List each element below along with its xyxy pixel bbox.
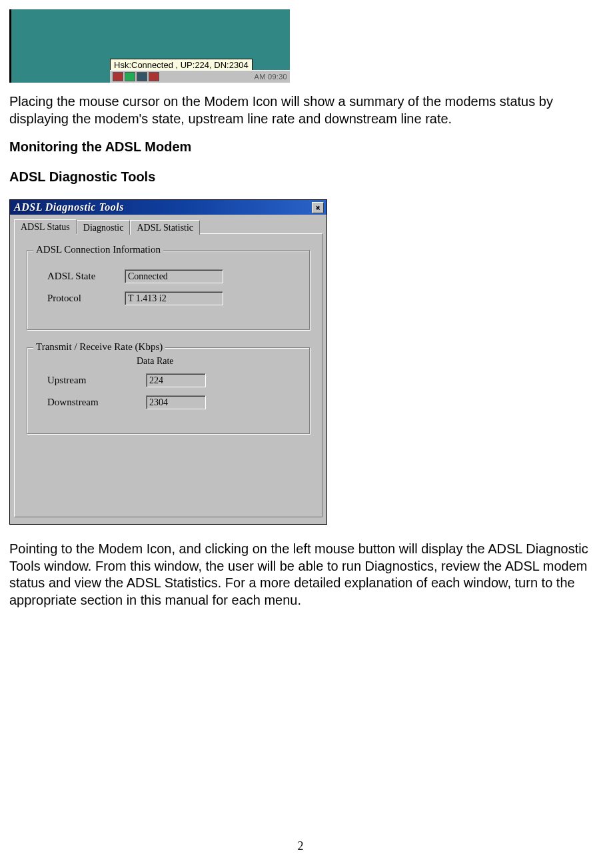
tray-icon <box>149 72 159 81</box>
close-icon[interactable]: × <box>312 202 324 213</box>
paragraph: Pointing to the Modem Icon, and clicking… <box>9 541 589 609</box>
label-upstream: Upstream <box>47 375 146 386</box>
systray-screenshot: Hsk:Connected , UP:224, DN:2304 AM 09:30 <box>9 9 290 83</box>
label-adsl-state: ADSL State <box>47 271 125 282</box>
field-downstream: 2304 <box>146 395 206 409</box>
adsl-diagnostic-window: ADSL Diagnostic Tools × ADSL Status Diag… <box>9 199 327 525</box>
tab-strip: ADSL Status Diagnostic ADSL Statistic <box>14 217 322 233</box>
field-protocol: T 1.413 i2 <box>125 291 223 305</box>
label-protocol: Protocol <box>47 293 125 304</box>
tab-diagnostic[interactable]: Diagnostic <box>77 220 131 235</box>
group-title: Transmit / Receive Rate (Kbps) <box>33 341 165 353</box>
group-rate: Transmit / Receive Rate (Kbps) Data Rate… <box>27 347 310 434</box>
window-titlebar[interactable]: ADSL Diagnostic Tools × <box>10 200 326 215</box>
tray-icon <box>137 72 147 81</box>
label-data-rate: Data Rate <box>137 356 300 367</box>
taskbar: AM 09:30 <box>110 70 290 83</box>
tray-icon <box>113 72 123 81</box>
group-connection-info: ADSL Connection Information ADSL State C… <box>27 250 310 330</box>
tab-panel-status: ADSL Connection Information ADSL State C… <box>14 233 322 517</box>
paragraph: Placing the mouse cursor on the Modem Ic… <box>9 93 589 127</box>
label-downstream: Downstream <box>47 397 146 408</box>
tray-icon <box>125 72 135 81</box>
group-title: ADSL Connection Information <box>33 244 163 255</box>
tab-adsl-statistic[interactable]: ADSL Statistic <box>130 220 200 235</box>
heading-adsl-tools: ADSL Diagnostic Tools <box>9 169 592 185</box>
taskbar-clock: AM 09:30 <box>255 73 287 81</box>
heading-monitoring: Monitoring the ADSL Modem <box>9 139 592 155</box>
tab-adsl-status[interactable]: ADSL Status <box>14 219 77 234</box>
window-title: ADSL Diagnostic Tools <box>14 201 124 213</box>
field-upstream: 224 <box>146 373 206 387</box>
field-adsl-state: Connected <box>125 269 223 283</box>
page-number: 2 <box>0 839 601 853</box>
